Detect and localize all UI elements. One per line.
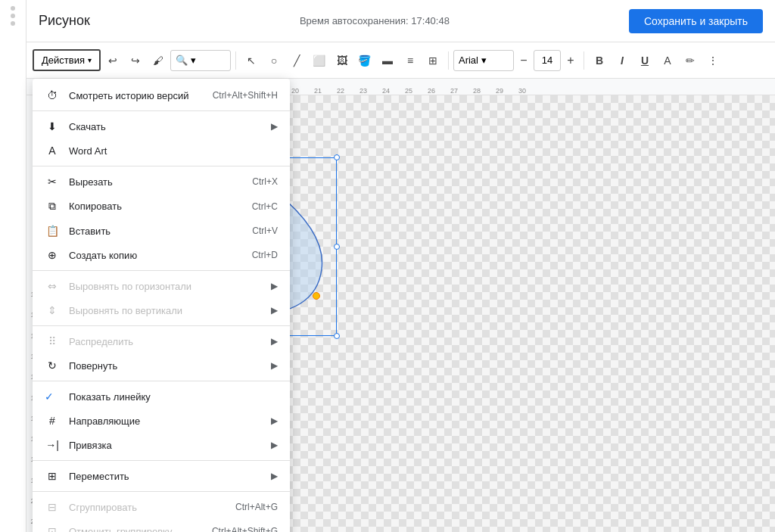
copy-icon: ⧉ <box>45 200 60 213</box>
duplicate-icon: ⊕ <box>45 249 60 261</box>
align-h-label: Выровнять по горизонтали <box>69 281 265 292</box>
border-style-button[interactable]: ⊞ <box>422 50 444 71</box>
toolbar-separator <box>235 51 236 70</box>
font-size-input[interactable] <box>534 50 561 71</box>
menu-item-paste[interactable]: 📋ВставитьCtrl+V <box>33 219 290 243</box>
ruler-mark: 21 <box>307 87 329 95</box>
italic-button[interactable]: I <box>612 50 633 71</box>
duplicate-label: Создать копию <box>69 250 252 261</box>
guides-icon: # <box>45 415 60 427</box>
toolbar-separator-2 <box>448 51 449 70</box>
ruler-mark: 28 <box>465 87 488 95</box>
sidebar-dot <box>11 14 15 18</box>
fill-color-button[interactable]: 🪣 <box>354 50 375 71</box>
rotate-icon: ↻ <box>45 359 60 372</box>
select-tool-button[interactable]: ↖ <box>241 50 262 71</box>
history-label: Смотреть историю версий <box>69 90 213 101</box>
ruler-label: Показать линейку <box>69 391 278 403</box>
paint-format-button[interactable]: 🖌 <box>148 50 169 71</box>
actions-menu-button[interactable]: Действия ▾ <box>33 49 101 71</box>
handle-mid-right[interactable] <box>334 244 340 250</box>
ruler-mark: 29 <box>488 87 511 95</box>
move-icon: ⊞ <box>45 470 60 482</box>
menu-item-history[interactable]: ⏱Смотреть историю версийCtrl+Alt+Shift+H <box>33 83 290 107</box>
image-tool-button[interactable]: 🖼 <box>331 50 353 71</box>
copy-label: Копировать <box>69 201 252 212</box>
left-sidebar <box>0 0 26 532</box>
rotate-label: Повернуть <box>69 360 265 372</box>
increase-font-size-button[interactable]: + <box>562 52 579 69</box>
bezier-handle-mid[interactable] <box>313 292 320 300</box>
snap-label: Привязка <box>69 440 265 451</box>
ungroup-icon: ⊡ <box>45 525 60 532</box>
paste-label: Вставить <box>69 226 252 237</box>
line-tool-button[interactable]: ╱ <box>286 50 307 71</box>
menu-item-rotate[interactable]: ↻Повернуть▶ <box>33 353 290 378</box>
menu-divider <box>33 491 290 492</box>
submenu-arrow-icon: ▶ <box>271 281 278 291</box>
menu-item-duplicate[interactable]: ⊕Создать копиюCtrl+D <box>33 243 290 267</box>
align-v-icon: ⇕ <box>45 304 60 316</box>
dialog-title: Рисунок <box>39 13 90 29</box>
chevron-down-icon: ▾ <box>88 56 92 64</box>
sidebar-dot <box>11 6 15 11</box>
menu-divider <box>33 325 290 326</box>
menu-item-snap[interactable]: →|Привязка▶ <box>33 433 290 457</box>
font-size-area: − + <box>515 50 579 71</box>
history-icon: ⏱ <box>45 89 60 101</box>
align-h-icon: ⇔ <box>45 280 60 292</box>
actions-dropdown-menu: ⏱Смотреть историю версийCtrl+Alt+Shift+H… <box>33 79 290 532</box>
menu-item-align-v: ⇕Выровнять по вертикали▶ <box>33 298 290 322</box>
paste-shortcut: Ctrl+V <box>252 226 278 236</box>
menu-item-distribute: ⠿Распределить▶ <box>33 329 290 353</box>
title-bar: Рисунок Время автосохранения: 17:40:48 С… <box>26 0 775 42</box>
more-options-button[interactable]: ⋮ <box>702 50 724 71</box>
menu-item-download[interactable]: ⬇Скачать▶ <box>33 114 290 138</box>
shape-tool-button[interactable]: ⬜ <box>309 50 330 71</box>
menu-divider <box>33 381 290 381</box>
autosave-info: Время автосохранения: 17:40:48 <box>120 15 629 26</box>
bold-button[interactable]: B <box>589 50 610 71</box>
ruler-mark: 27 <box>443 87 465 95</box>
copy-shortcut: Ctrl+C <box>252 201 278 212</box>
ungroup-shortcut: Ctrl+Alt+Shift+G <box>212 526 278 532</box>
duplicate-shortcut: Ctrl+D <box>252 250 278 260</box>
underline-button[interactable]: U <box>634 50 655 71</box>
undo-button[interactable]: ↩ <box>102 50 123 71</box>
menu-item-cut[interactable]: ✂ВырезатьCtrl+X <box>33 170 290 194</box>
checkmark-icon: ✓ <box>45 390 60 403</box>
menu-item-ungroup: ⊡Отменить группировкуCtrl+Alt+Shift+G <box>33 519 290 532</box>
snap-icon: →| <box>45 439 60 451</box>
freehand-tool-button[interactable]: ○ <box>263 50 285 71</box>
toolbar: Действия ▾ ↩ ↪ 🖌 🔍 ▾ ↖ ○ ╱ ⬜ 🖼 🪣 ▬ ≡ ⊞ <box>26 42 775 79</box>
menu-divider <box>33 270 290 271</box>
save-close-button[interactable]: Сохранить и закрыть <box>629 9 763 33</box>
submenu-arrow-icon: ▶ <box>271 471 278 481</box>
cut-icon: ✂ <box>45 176 60 188</box>
group-label: Сгруппировать <box>69 502 235 513</box>
submenu-arrow-icon: ▶ <box>271 415 278 426</box>
submenu-arrow-icon: ▶ <box>271 305 278 316</box>
handle-bot-right[interactable] <box>334 333 340 339</box>
cut-shortcut: Ctrl+X <box>252 176 278 187</box>
decrease-font-size-button[interactable]: − <box>515 52 532 69</box>
highlight-button[interactable]: ▬ <box>377 50 398 71</box>
menu-item-guides[interactable]: #Направляющие▶ <box>33 409 290 433</box>
group-icon: ⊟ <box>45 501 60 513</box>
ruler-mark: 30 <box>511 87 534 95</box>
menu-item-move[interactable]: ⊞Переместить▶ <box>33 464 290 488</box>
wordart-icon: A <box>45 145 60 157</box>
zoom-selector[interactable]: 🔍 ▾ <box>170 50 231 71</box>
menu-item-copy[interactable]: ⧉КопироватьCtrl+C <box>33 194 290 219</box>
toolbar-separator-3 <box>584 51 584 70</box>
menu-item-wordart[interactable]: AWord Art <box>33 138 290 163</box>
pencil-button[interactable]: ✏ <box>680 50 701 71</box>
handle-top-right[interactable] <box>334 154 340 160</box>
border-color-button[interactable]: ≡ <box>400 50 421 71</box>
paste-icon: 📋 <box>45 225 60 237</box>
redo-button[interactable]: ↪ <box>125 50 146 71</box>
download-label: Скачать <box>69 121 265 132</box>
font-selector[interactable]: Arial ▾ <box>453 50 514 71</box>
menu-item-ruler[interactable]: ✓Показать линейку <box>33 384 290 409</box>
font-color-button[interactable]: A <box>657 50 678 71</box>
